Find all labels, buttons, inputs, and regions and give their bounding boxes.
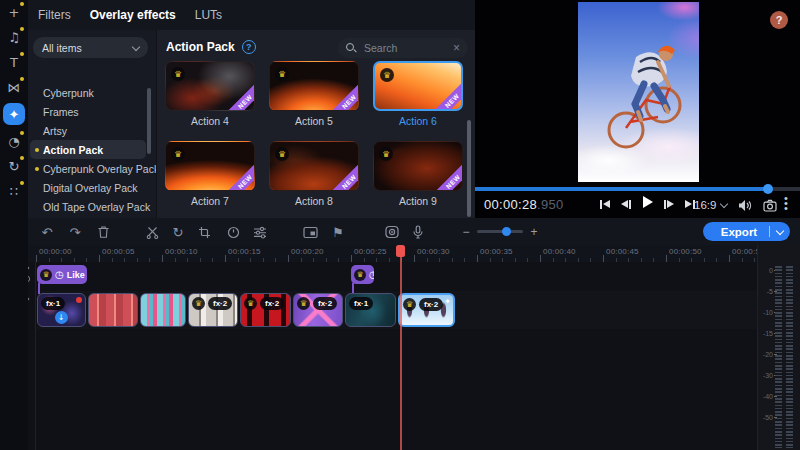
- undo-icon: ↶: [42, 226, 53, 239]
- meter-scale-label: 0: [759, 267, 773, 274]
- video-clip[interactable]: ♛fx·2✦: [398, 293, 455, 327]
- sidebar-scrollbar[interactable]: [147, 88, 151, 154]
- effect-card[interactable]: ♛NEWAction 5: [269, 61, 359, 131]
- previous-frame-button[interactable]: [621, 197, 631, 211]
- play-button[interactable]: [643, 195, 653, 209]
- effect-card[interactable]: ♛NEWAction 6: [373, 61, 463, 131]
- timecode-ms: .950: [537, 197, 564, 212]
- timeline-ruler[interactable]: ≡+ 00:00:0000:00:0500:00:1000:00:1500:00…: [0, 245, 757, 262]
- effect-name: Action 8: [269, 191, 359, 211]
- sidebar-item[interactable]: Frames: [30, 102, 146, 121]
- snapshot-camera-button[interactable]: [762, 197, 778, 213]
- ruler-time-label: 00:00:00: [39, 247, 72, 256]
- premium-crown-icon: ♛: [171, 147, 185, 161]
- category-list: CyberpunkFramesArtsyAction PackCyberpunk…: [28, 83, 156, 216]
- effect-card[interactable]: ♛NEWAction 7: [165, 141, 255, 211]
- ruler-time-label: 00:00:35: [480, 247, 513, 256]
- ruler-time-label: 00:00:45: [606, 247, 639, 256]
- sidebar-item[interactable]: Old Tape Overlay Pack: [30, 197, 146, 216]
- new-ribbon: NEW: [433, 81, 463, 111]
- titles-button[interactable]: T: [0, 50, 28, 75]
- audio-button[interactable]: ♫: [0, 25, 28, 50]
- ruler-time-label: 00:00:15: [228, 247, 261, 256]
- sidebar-item[interactable]: Artsy: [30, 121, 146, 140]
- video-clip[interactable]: ♛fx·2: [188, 293, 238, 327]
- crop-button[interactable]: [196, 224, 212, 240]
- filter-dropdown[interactable]: All items: [33, 37, 148, 58]
- pack-help-button[interactable]: ?: [242, 40, 256, 54]
- premium-crown-icon: ♛: [275, 147, 289, 161]
- tab-luts[interactable]: LUTs: [195, 8, 222, 22]
- effect-card[interactable]: ♛NEWAction 4: [165, 61, 255, 131]
- marker-button[interactable]: ⚑: [330, 224, 346, 240]
- overlay-button[interactable]: [302, 224, 318, 240]
- effect-thumbnail: ♛NEW: [165, 61, 255, 111]
- premium-crown-icon: ♛: [244, 297, 257, 310]
- search-input[interactable]: [362, 41, 447, 55]
- video-clip[interactable]: fx·1↓: [37, 293, 86, 327]
- adjustments-button[interactable]: [252, 224, 268, 240]
- video-clip[interactable]: fx·1: [345, 293, 396, 327]
- sidebar-item[interactable]: Cyberpunk Overlay Pack: [30, 159, 146, 178]
- search-box[interactable]: ×: [338, 38, 468, 58]
- stickers-button[interactable]: ◔: [0, 129, 28, 154]
- redo-button[interactable]: ↷: [67, 224, 83, 240]
- seek-progress: [475, 187, 768, 191]
- video-clip[interactable]: ♛fx·2: [293, 293, 343, 327]
- export-options-button[interactable]: [770, 230, 790, 234]
- add-media-button[interactable]: +: [0, 0, 28, 25]
- aspect-ratio-dropdown[interactable]: 16:9: [694, 199, 727, 211]
- split-button[interactable]: [144, 224, 160, 240]
- meter-scale-label: -5: [759, 288, 773, 295]
- tab-overlay-effects[interactable]: Overlay effects: [90, 8, 176, 22]
- sidebar-item[interactable]: Cyberpunk: [30, 83, 146, 102]
- sidebar-item[interactable]: Digital Overlay Pack: [30, 178, 146, 197]
- webcam-button[interactable]: [384, 224, 400, 240]
- more-tools-button[interactable]: ∷: [0, 179, 28, 204]
- more-options-button[interactable]: •••: [784, 196, 788, 211]
- chevron-down-icon: [776, 226, 784, 234]
- help-button[interactable]: ?: [770, 11, 788, 29]
- undo-button[interactable]: ↶: [39, 224, 55, 240]
- search-clear-icon[interactable]: ×: [453, 42, 460, 54]
- delete-button[interactable]: [95, 224, 111, 240]
- video-frame: [578, 2, 699, 182]
- crop-icon: [198, 226, 211, 239]
- skip-start-button[interactable]: [600, 197, 610, 211]
- transitions-button[interactable]: ⋈: [0, 75, 28, 100]
- video-editor-window: +♫T⋈✦◔↻∷ FiltersOverlay effectsLUTs All …: [0, 0, 800, 450]
- more-tools-icon: ∷: [10, 185, 18, 198]
- crop-rotate-button[interactable]: ↻: [0, 154, 28, 179]
- add-media-icon: +: [9, 6, 20, 19]
- new-ribbon: NEW: [226, 162, 255, 191]
- effect-card[interactable]: ♛NEWAction 8: [269, 141, 359, 211]
- tab-filters[interactable]: Filters: [38, 8, 71, 22]
- playhead-handle[interactable]: [396, 245, 405, 257]
- update-dot: [35, 167, 39, 171]
- volume-button[interactable]: [737, 197, 753, 213]
- effect-star-icon: ✦: [444, 297, 451, 306]
- effect-card[interactable]: ♛NEWAction 9: [373, 141, 463, 211]
- timeline-zoom-slider[interactable]: [477, 230, 523, 233]
- title-clip[interactable]: ♛◷Like: [37, 265, 87, 284]
- sidebar-item[interactable]: Action Pack: [30, 140, 146, 159]
- rotate-button[interactable]: ↻: [170, 224, 186, 240]
- video-clip[interactable]: [88, 293, 138, 327]
- minus-icon: −: [462, 225, 469, 239]
- zoom-out-button[interactable]: −: [458, 224, 474, 240]
- video-clip[interactable]: ♛fx·2: [240, 293, 291, 327]
- effects-grid: ♛NEWAction 4♛NEWAction 5♛NEWAction 6♛NEW…: [165, 61, 467, 211]
- record-audio-button[interactable]: [410, 224, 426, 240]
- catalog-scrollbar[interactable]: [467, 120, 471, 217]
- video-clip[interactable]: [140, 293, 186, 327]
- export-button[interactable]: Export: [703, 222, 790, 241]
- zoom-slider-handle[interactable]: [502, 227, 511, 236]
- title-clip[interactable]: ♛◷: [351, 265, 374, 284]
- next-frame-button[interactable]: [664, 197, 674, 211]
- seek-bar[interactable]: [475, 187, 800, 191]
- speed-button[interactable]: [225, 224, 241, 240]
- effects-catalog: Action Pack ? × ♛NEWAction 4♛NEWAction 5…: [156, 30, 475, 218]
- zoom-in-button[interactable]: +: [526, 224, 542, 240]
- effects-button[interactable]: ✦: [0, 102, 28, 127]
- update-dot: [20, 27, 24, 31]
